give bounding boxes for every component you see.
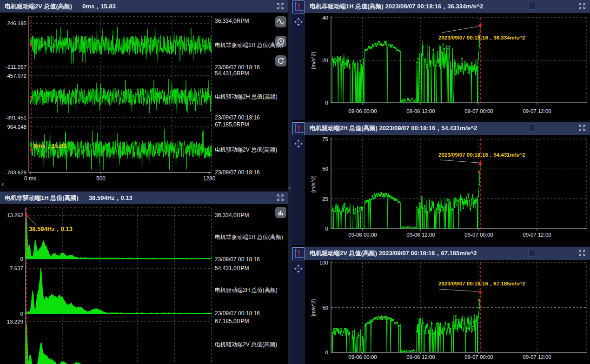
svg-text:09-07 12:00: 09-07 12:00 [523, 232, 551, 238]
trend-chart-3: 05010009-06 00:0009-06 12:0009-07 00:000… [305, 260, 590, 364]
svg-text:500: 500 [96, 175, 106, 182]
trend-toolbar [292, 0, 305, 120]
waveform-title: 电机驱动端2V 总值(高频) [5, 2, 72, 11]
trend-series [331, 292, 480, 352]
spectrum-panel: 电机非驱动端1H 总值(高频) 38.594Hz，0.13 13.26207.6… [0, 192, 288, 364]
move-tool-button[interactable] [293, 264, 304, 274]
trend-panel-3: 电机驱动端2V 总值(高频) 2023/09/07 00:18:16，67.18… [292, 247, 590, 364]
svg-text:0: 0 [325, 100, 328, 106]
refresh-icon [277, 57, 285, 65]
axis-tool-button[interactable] [292, 122, 305, 135]
svg-text:7.637: 7.637 [10, 265, 23, 271]
waveform-panel: 电机驱动端2V 总值(高频) 0ms，15.83 246.195-211.057… [0, 0, 288, 188]
svg-text:457.072: 457.072 [7, 73, 27, 79]
axis-up-arrow-icon [293, 123, 304, 134]
svg-text:0: 0 [20, 311, 23, 317]
svg-text:1280: 1280 [203, 175, 216, 182]
expand-icon[interactable] [578, 249, 586, 257]
waveform-titlebar: 电机驱动端2V 总值(高频) 0ms，15.83 [0, 0, 288, 13]
svg-text:09-07 12:00: 09-07 12:00 [523, 354, 551, 360]
bar-chart-icon [277, 208, 285, 217]
svg-text:20: 20 [322, 58, 328, 63]
app-root: 电机驱动端2V 总值(高频) 0ms，15.83 246.195-211.057… [0, 0, 590, 364]
move-arrows-icon [294, 264, 303, 273]
sine-wave-icon [277, 18, 285, 26]
trend-title: 电机驱动端2H 总值(高频) 2023/09/07 00:18:16，54.43… [310, 124, 477, 132]
waveform-trace-2 [30, 79, 212, 114]
waveform-trace-1 [30, 27, 212, 64]
trend-title: 电机非驱动端1H 总值(高频) 2023/09/07 00:18:16，36.3… [310, 2, 483, 11]
svg-text:09-06 12:00: 09-06 12:00 [406, 354, 435, 360]
expand-icon[interactable] [578, 124, 586, 132]
svg-text:0 ms: 0 ms [24, 175, 36, 182]
svg-text:09-06 00:00: 09-06 00:00 [348, 354, 377, 360]
spectrum-tool-button[interactable] [275, 207, 286, 218]
svg-text:-783.629: -783.629 [6, 170, 27, 175]
svg-text:-391.451: -391.451 [6, 115, 27, 120]
svg-text:09-06 00:00: 09-06 00:00 [348, 108, 377, 114]
spectrum-trace-1 [26, 218, 212, 259]
svg-text:09-07 00:00: 09-07 00:00 [464, 354, 493, 360]
expand-icon[interactable] [276, 193, 285, 202]
axis-up-arrow-icon [293, 248, 304, 259]
trend-main: 电机驱动端2H 总值(高频) 2023/09/07 00:18:16，54.43… [305, 122, 590, 245]
svg-text:50: 50 [322, 305, 328, 311]
svg-text:09-07 00:00: 09-07 00:00 [464, 232, 493, 238]
svg-text:09-06 12:00: 09-06 12:00 [406, 232, 435, 238]
svg-text:38.594Hz，0.13: 38.594Hz，0.13 [29, 225, 73, 232]
trend-series [331, 164, 480, 229]
svg-text:-211.057: -211.057 [6, 64, 27, 70]
spectrum-title: 电机非驱动端1H 总值(高频) [5, 194, 79, 202]
trend-checkbox[interactable] [528, 125, 535, 132]
move-tool-button[interactable] [293, 17, 304, 27]
y-axis-label: [m/s^2] [311, 176, 316, 193]
svg-text:100: 100 [319, 260, 328, 265]
trend-title: 电机驱动端2V 总值(高频) 2023/09/07 00:18:16，67.18… [310, 249, 477, 258]
y-axis-label: [m/s^2] [311, 299, 316, 317]
expand-icon[interactable] [578, 2, 586, 10]
svg-text:40: 40 [322, 15, 328, 20]
trend-checkbox[interactable] [528, 250, 535, 257]
spectrum-cursor-readout: 38.594Hz，0.13 [89, 194, 133, 202]
trend-chart-1: 0204009-06 00:0009-06 12:0009-07 00:0009… [305, 13, 590, 120]
spectrum-trace-2 [26, 268, 212, 314]
svg-text:09-07 00:00: 09-07 00:00 [464, 108, 493, 114]
svg-text:50: 50 [322, 166, 328, 172]
svg-text:246.195: 246.195 [7, 20, 27, 26]
svg-text:0: 0 [20, 256, 23, 262]
svg-text:09-06 12:00: 09-06 12:00 [406, 108, 435, 114]
svg-text:0ms，15.83: 0ms，15.83 [33, 142, 67, 149]
trend-titlebar: 电机驱动端2V 总值(高频) 2023/09/07 00:18:16，67.18… [305, 247, 590, 260]
trend-main: 电机驱动端2V 总值(高频) 2023/09/07 00:18:16，67.18… [305, 247, 590, 364]
axis-tool-button[interactable] [292, 0, 305, 13]
move-arrows-icon [294, 139, 303, 148]
trend-toolbar [292, 247, 305, 364]
trend-panel-1: 电机非驱动端1H 总值(高频) 2023/09/07 00:18:16，36.3… [292, 0, 590, 120]
svg-text:0: 0 [325, 350, 328, 355]
axis-up-arrow-icon [293, 1, 304, 13]
refresh-tool-button[interactable] [275, 55, 286, 66]
peak-marker [479, 162, 482, 165]
waveform-tool-button[interactable] [275, 16, 286, 27]
clock-icon [277, 37, 285, 46]
svg-text:75: 75 [322, 136, 328, 142]
svg-text:09-07 12:00: 09-07 12:00 [523, 108, 551, 114]
peak-marker [479, 24, 482, 27]
svg-text:13.262: 13.262 [7, 212, 23, 218]
chevron-left-icon[interactable]: ‹ [1, 181, 4, 187]
trend-main: 电机非驱动端1H 总值(高频) 2023/09/07 00:18:16，36.3… [305, 0, 590, 120]
spectrum-titlebar: 电机非驱动端1H 总值(高频) 38.594Hz，0.13 [0, 192, 288, 204]
trend-chart-2: 025507509-06 00:0009-06 12:0009-07 00:00… [305, 135, 590, 245]
expand-icon[interactable] [276, 2, 285, 10]
peak-annotation: 2023/09/07 00:18:16，36.334m/s^2 [438, 35, 525, 40]
svg-text:25: 25 [322, 196, 328, 202]
axis-tool-button[interactable] [292, 247, 305, 260]
svg-text:0: 0 [325, 226, 328, 232]
svg-text:13.229: 13.229 [7, 319, 23, 324]
move-tool-button[interactable] [293, 139, 304, 149]
panel-splitter[interactable]: ‹ [288, 0, 292, 364]
history-tool-button[interactable] [275, 36, 286, 47]
y-axis-label: [m/s^2] [311, 52, 316, 69]
trend-checkbox[interactable] [528, 3, 535, 10]
chevron-left-icon[interactable]: ‹ [289, 184, 291, 191]
